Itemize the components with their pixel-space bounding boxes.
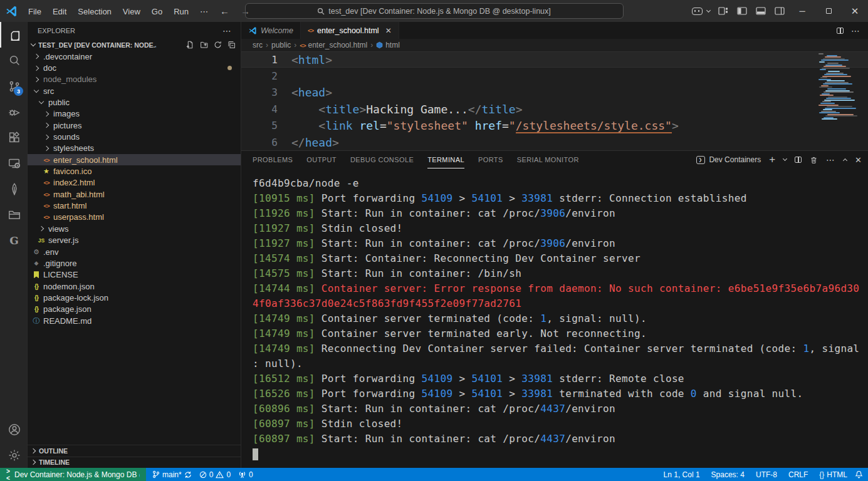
project-section-header[interactable]: TEST_DEV [DEV CONTAINER: NODE.JS & MONGO… (28, 39, 241, 51)
maximize-panel-chevron[interactable] (843, 158, 847, 163)
activity-run-debug[interactable] (0, 99, 27, 125)
menu-go[interactable]: Go (146, 4, 168, 19)
tree-item-stylesheets[interactable]: stylesheets (28, 143, 241, 154)
activity-search[interactable] (0, 48, 27, 73)
tree-item-label: start.html (53, 201, 86, 210)
activity-settings[interactable] (0, 442, 27, 468)
tab-enter-school[interactable]: <> enter_school.html ✕ (301, 22, 399, 39)
menu-run[interactable]: Run (168, 4, 194, 19)
menu-edit[interactable]: Edit (47, 4, 72, 19)
tree-item-src[interactable]: src (28, 85, 241, 96)
branch-indicator[interactable]: main* (149, 468, 196, 481)
tree-item--devcontainer[interactable]: .devcontainer (28, 51, 241, 62)
command-center-search[interactable]: test_dev [Dev Container: Node.js & Mongo… (245, 3, 624, 19)
close-tab-icon[interactable]: ✕ (385, 26, 392, 35)
tree-item--env[interactable]: ⚙.env (28, 246, 241, 257)
maximize-button[interactable] (815, 0, 842, 22)
timeline-section[interactable]: TIMELINE (28, 457, 241, 468)
tree-item-LICENSE[interactable]: LICENSE (28, 269, 241, 281)
panel-tab-ports[interactable]: PORTS (478, 151, 503, 168)
encoding[interactable]: UTF-8 (752, 470, 781, 479)
breadcrumb-src[interactable]: src (253, 41, 263, 49)
panel-tab-output[interactable]: OUTPUT (306, 151, 337, 168)
customize-layout-button[interactable] (714, 2, 733, 21)
minimize-button[interactable]: ─ (789, 0, 815, 22)
refresh-icon[interactable] (214, 41, 222, 49)
forward-button[interactable]: → (236, 4, 255, 18)
tree-item-index2-html[interactable]: <>index2.html (28, 177, 241, 189)
eol-sequence[interactable]: CRLF (785, 470, 812, 479)
activity-accounts[interactable] (0, 416, 27, 442)
panel-more-actions[interactable]: ⋯ (826, 155, 835, 165)
tree-item-README-md[interactable]: ⓘREADME.md (28, 315, 241, 326)
tree-item-doc[interactable]: doc (28, 62, 241, 73)
tree-item-node-modules[interactable]: node_modules (28, 74, 241, 85)
menu-view[interactable]: View (117, 4, 146, 19)
tree-item-enter-school-html[interactable]: <>enter_school.html (28, 154, 241, 165)
language-mode[interactable]: {} HTML (815, 470, 851, 479)
tree-item-label: favicon.ico (53, 167, 92, 176)
panel-tab-problems[interactable]: PROBLEMS (253, 151, 293, 168)
tree-item-sounds[interactable]: sounds (28, 131, 241, 142)
toggle-panel-button[interactable] (751, 2, 770, 21)
terminal-selector[interactable]: ❯ Dev Containers (696, 155, 761, 164)
toggle-secondary-sidebar-button[interactable] (770, 2, 789, 21)
panel-tab-terminal[interactable]: TERMINAL (427, 151, 464, 168)
panel-tab-debug-console[interactable]: DEBUG CONSOLE (350, 151, 414, 168)
activity-remote-explorer[interactable] (0, 150, 27, 176)
indentation[interactable]: Spaces: 4 (708, 470, 748, 479)
tree-item-images[interactable]: images (28, 108, 241, 120)
tree-item-nodemon-json[interactable]: {}nodemon.json (28, 281, 241, 292)
split-editor-icon[interactable] (837, 28, 844, 34)
tree-item-pictures[interactable]: pictures (28, 120, 241, 131)
back-button[interactable]: ← (215, 4, 234, 18)
tree-item-server-js[interactable]: JSserver.js (28, 235, 241, 246)
explorer-more-actions[interactable]: ⋯ (222, 26, 232, 36)
breadcrumb-enter-school-html[interactable]: <>enter_school.html (300, 41, 367, 49)
tree-item-views[interactable]: views (28, 223, 241, 234)
activity-explorer[interactable] (0, 22, 27, 48)
close-panel-icon[interactable]: ✕ (855, 155, 862, 165)
tree-item-favicon-ico[interactable]: ★favicon.ico (28, 165, 241, 177)
close-button[interactable]: ✕ (842, 0, 868, 22)
tree-item-start-html[interactable]: <>start.html (28, 200, 241, 211)
activity-mongodb[interactable] (0, 176, 27, 202)
code-editor[interactable]: 1<html>23<head>4 <title>Hacking Game...<… (241, 51, 868, 150)
outline-section[interactable]: OUTLINE (28, 445, 241, 457)
code-line-5: 5 <link rel="stylesheet" href="/styleshe… (241, 118, 868, 134)
activity-containers[interactable] (0, 202, 27, 227)
tree-item--gitignore[interactable]: ◆.gitignore (28, 257, 241, 269)
new-folder-icon[interactable] (200, 41, 208, 49)
activity-gitlens[interactable]: G (0, 227, 27, 253)
tree-item-public[interactable]: public (28, 96, 241, 108)
terminal-output[interactable]: f6d4b9cba/node -e[10915 ms] Port forward… (241, 168, 868, 468)
panel-tab-serial-monitor[interactable]: SERIAL MONITOR (517, 151, 579, 168)
tree-item-package-json[interactable]: {}package.json (28, 304, 241, 315)
cursor-position[interactable]: Ln 1, Col 1 (660, 470, 704, 479)
problems-indicator[interactable]: 0 0 (196, 468, 234, 481)
tab-welcome[interactable]: Welcome (241, 22, 301, 39)
tree-item-userpass-html[interactable]: <>userpass.html (28, 212, 241, 223)
toggle-primary-sidebar-button[interactable] (733, 2, 751, 21)
new-file-icon[interactable] (186, 41, 194, 49)
collapse-all-icon[interactable] (227, 41, 236, 49)
menu-[interactable]: ⋯ (194, 4, 214, 19)
tree-item-package-lock-json[interactable]: {}package-lock.json (28, 292, 241, 303)
minimap[interactable] (818, 53, 854, 120)
copilot-menu-chevron[interactable] (703, 2, 714, 21)
breadcrumb-html[interactable]: html (376, 41, 400, 49)
split-terminal-icon[interactable] (795, 157, 802, 163)
menu-file[interactable]: File (23, 4, 47, 19)
terminal-dropdown-chevron[interactable] (783, 157, 787, 161)
ports-indicator[interactable]: 0 (234, 468, 257, 481)
editor-more-actions[interactable]: ⋯ (851, 26, 860, 36)
activity-extensions[interactable] (0, 125, 27, 150)
kill-terminal-icon[interactable] (810, 156, 818, 164)
activity-source-control[interactable]: 3 (0, 73, 27, 99)
menu-selection[interactable]: Selection (72, 4, 117, 19)
notifications-bell-icon[interactable] (855, 470, 863, 478)
breadcrumb-public[interactable]: public (271, 41, 291, 49)
tree-item-math-abi-html[interactable]: <>math_abi.html (28, 189, 241, 200)
remote-indicator[interactable]: >< Dev Container: Node.js & Mongo DB @ d… (0, 468, 146, 481)
new-terminal-button[interactable]: + (769, 153, 775, 166)
